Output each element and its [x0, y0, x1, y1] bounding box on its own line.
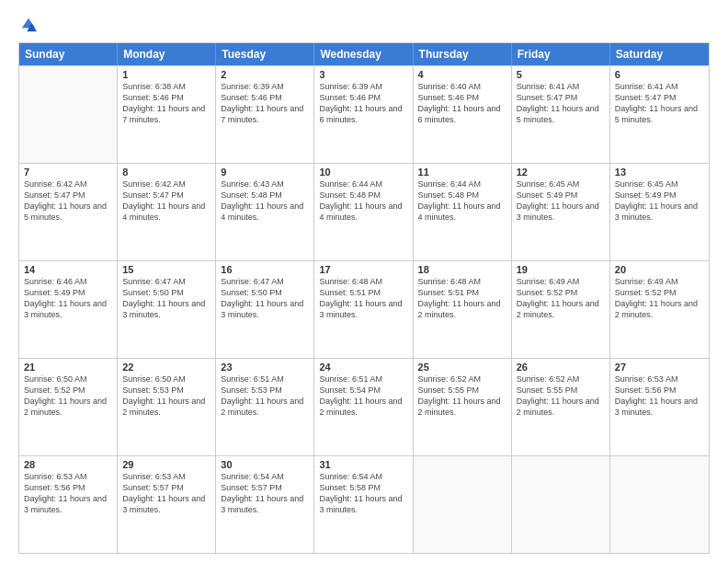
calendar-cell: 3Sunrise: 6:39 AM Sunset: 5:46 PM Daylig…	[314, 66, 413, 163]
calendar-cell: 18Sunrise: 6:48 AM Sunset: 5:51 PM Dayli…	[414, 261, 512, 358]
calendar-cell: 6Sunrise: 6:41 AM Sunset: 5:47 PM Daylig…	[610, 66, 709, 163]
day-number: 28	[24, 459, 112, 470]
day-info: Sunrise: 6:50 AM Sunset: 5:53 PM Dayligh…	[122, 373, 210, 419]
day-number: 7	[24, 167, 112, 178]
calendar-week-1: 1Sunrise: 6:38 AM Sunset: 5:46 PM Daylig…	[19, 65, 709, 163]
calendar-cell: 21Sunrise: 6:50 AM Sunset: 5:52 PM Dayli…	[19, 359, 118, 455]
calendar-cell	[610, 456, 709, 553]
day-info: Sunrise: 6:45 AM Sunset: 5:49 PM Dayligh…	[615, 178, 704, 224]
day-number: 4	[418, 69, 506, 80]
day-info: Sunrise: 6:52 AM Sunset: 5:55 PM Dayligh…	[418, 373, 506, 419]
day-number: 31	[319, 459, 407, 470]
calendar-body: 1Sunrise: 6:38 AM Sunset: 5:46 PM Daylig…	[19, 65, 709, 553]
day-info: Sunrise: 6:54 AM Sunset: 5:58 PM Dayligh…	[319, 471, 407, 516]
day-info: Sunrise: 6:47 AM Sunset: 5:50 PM Dayligh…	[122, 276, 210, 321]
calendar-cell: 8Sunrise: 6:42 AM Sunset: 5:47 PM Daylig…	[118, 164, 216, 260]
page: SundayMondayTuesdayWednesdayThursdayFrid…	[0, 0, 728, 563]
day-number: 20	[615, 264, 704, 275]
day-number: 19	[517, 264, 605, 275]
header-day-sunday: Sunday	[19, 43, 118, 65]
day-info: Sunrise: 6:48 AM Sunset: 5:51 PM Dayligh…	[418, 276, 506, 321]
calendar-cell: 26Sunrise: 6:52 AM Sunset: 5:55 PM Dayli…	[512, 359, 610, 455]
day-info: Sunrise: 6:53 AM Sunset: 5:56 PM Dayligh…	[615, 373, 704, 419]
calendar: SundayMondayTuesdayWednesdayThursdayFrid…	[18, 42, 710, 554]
day-number: 21	[24, 362, 112, 373]
calendar-cell: 30Sunrise: 6:54 AM Sunset: 5:57 PM Dayli…	[216, 456, 314, 553]
day-info: Sunrise: 6:41 AM Sunset: 5:47 PM Dayligh…	[517, 81, 605, 126]
day-info: Sunrise: 6:54 AM Sunset: 5:57 PM Dayligh…	[221, 471, 309, 516]
calendar-cell: 15Sunrise: 6:47 AM Sunset: 5:50 PM Dayli…	[118, 261, 216, 358]
calendar-week-5: 28Sunrise: 6:53 AM Sunset: 5:56 PM Dayli…	[19, 455, 709, 553]
day-number: 9	[221, 167, 309, 178]
header-day-friday: Friday	[512, 43, 610, 65]
calendar-header: SundayMondayTuesdayWednesdayThursdayFrid…	[19, 43, 709, 65]
day-number: 6	[615, 69, 704, 80]
day-info: Sunrise: 6:49 AM Sunset: 5:52 PM Dayligh…	[517, 276, 605, 321]
day-info: Sunrise: 6:53 AM Sunset: 5:56 PM Dayligh…	[24, 471, 112, 516]
header-day-tuesday: Tuesday	[216, 43, 314, 65]
calendar-cell: 19Sunrise: 6:49 AM Sunset: 5:52 PM Dayli…	[512, 261, 610, 358]
day-number: 30	[221, 459, 309, 470]
day-number: 25	[418, 362, 506, 373]
logo-icon	[20, 17, 37, 33]
day-number: 18	[418, 264, 506, 275]
day-number: 8	[122, 167, 210, 178]
day-number: 5	[517, 69, 605, 80]
calendar-week-4: 21Sunrise: 6:50 AM Sunset: 5:52 PM Dayli…	[19, 358, 709, 455]
calendar-cell: 12Sunrise: 6:45 AM Sunset: 5:49 PM Dayli…	[512, 164, 610, 260]
calendar-cell: 11Sunrise: 6:44 AM Sunset: 5:48 PM Dayli…	[414, 164, 512, 260]
calendar-cell: 28Sunrise: 6:53 AM Sunset: 5:56 PM Dayli…	[19, 456, 118, 553]
calendar-cell: 17Sunrise: 6:48 AM Sunset: 5:51 PM Dayli…	[314, 261, 413, 358]
day-info: Sunrise: 6:47 AM Sunset: 5:50 PM Dayligh…	[221, 276, 309, 321]
day-info: Sunrise: 6:51 AM Sunset: 5:53 PM Dayligh…	[221, 373, 309, 419]
day-number: 24	[319, 362, 407, 373]
day-info: Sunrise: 6:45 AM Sunset: 5:49 PM Dayligh…	[517, 178, 605, 224]
calendar-week-3: 14Sunrise: 6:46 AM Sunset: 5:49 PM Dayli…	[19, 260, 709, 358]
calendar-cell: 10Sunrise: 6:44 AM Sunset: 5:48 PM Dayli…	[314, 164, 413, 260]
calendar-week-2: 7Sunrise: 6:42 AM Sunset: 5:47 PM Daylig…	[19, 163, 709, 260]
day-info: Sunrise: 6:48 AM Sunset: 5:51 PM Dayligh…	[319, 276, 407, 321]
day-info: Sunrise: 6:44 AM Sunset: 5:48 PM Dayligh…	[319, 178, 407, 224]
day-number: 23	[221, 362, 309, 373]
day-info: Sunrise: 6:44 AM Sunset: 5:48 PM Dayligh…	[418, 178, 506, 224]
day-number: 1	[122, 69, 210, 80]
day-number: 27	[615, 362, 704, 373]
day-number: 10	[319, 167, 407, 178]
day-info: Sunrise: 6:43 AM Sunset: 5:48 PM Dayligh…	[221, 178, 309, 224]
day-info: Sunrise: 6:46 AM Sunset: 5:49 PM Dayligh…	[24, 276, 112, 321]
day-number: 29	[122, 459, 210, 470]
calendar-cell: 14Sunrise: 6:46 AM Sunset: 5:49 PM Dayli…	[19, 261, 118, 358]
day-number: 3	[319, 69, 407, 80]
day-info: Sunrise: 6:41 AM Sunset: 5:47 PM Dayligh…	[615, 81, 704, 126]
header-day-thursday: Thursday	[414, 43, 512, 65]
calendar-cell: 2Sunrise: 6:39 AM Sunset: 5:46 PM Daylig…	[216, 66, 314, 163]
calendar-cell: 16Sunrise: 6:47 AM Sunset: 5:50 PM Dayli…	[216, 261, 314, 358]
day-number: 12	[517, 167, 605, 178]
calendar-cell: 31Sunrise: 6:54 AM Sunset: 5:58 PM Dayli…	[314, 456, 413, 553]
calendar-cell: 1Sunrise: 6:38 AM Sunset: 5:46 PM Daylig…	[118, 66, 216, 163]
calendar-cell: 22Sunrise: 6:50 AM Sunset: 5:53 PM Dayli…	[118, 359, 216, 455]
calendar-cell: 24Sunrise: 6:51 AM Sunset: 5:54 PM Dayli…	[314, 359, 413, 455]
calendar-cell: 4Sunrise: 6:40 AM Sunset: 5:46 PM Daylig…	[414, 66, 512, 163]
day-number: 22	[122, 362, 210, 373]
day-info: Sunrise: 6:53 AM Sunset: 5:57 PM Dayligh…	[122, 471, 210, 516]
day-number: 2	[221, 69, 309, 80]
calendar-cell	[414, 456, 512, 553]
calendar-cell: 20Sunrise: 6:49 AM Sunset: 5:52 PM Dayli…	[610, 261, 709, 358]
calendar-cell: 13Sunrise: 6:45 AM Sunset: 5:49 PM Dayli…	[610, 164, 709, 260]
day-info: Sunrise: 6:39 AM Sunset: 5:46 PM Dayligh…	[221, 81, 309, 126]
calendar-cell: 9Sunrise: 6:43 AM Sunset: 5:48 PM Daylig…	[216, 164, 314, 260]
day-number: 15	[122, 264, 210, 275]
day-info: Sunrise: 6:52 AM Sunset: 5:55 PM Dayligh…	[517, 373, 605, 419]
day-info: Sunrise: 6:39 AM Sunset: 5:46 PM Dayligh…	[319, 81, 407, 126]
day-info: Sunrise: 6:38 AM Sunset: 5:46 PM Dayligh…	[122, 81, 210, 126]
day-info: Sunrise: 6:40 AM Sunset: 5:46 PM Dayligh…	[418, 81, 506, 126]
calendar-cell: 27Sunrise: 6:53 AM Sunset: 5:56 PM Dayli…	[610, 359, 709, 455]
header-day-wednesday: Wednesday	[314, 43, 413, 65]
logo	[18, 17, 37, 33]
day-number: 14	[24, 264, 112, 275]
calendar-cell: 23Sunrise: 6:51 AM Sunset: 5:53 PM Dayli…	[216, 359, 314, 455]
day-number: 26	[517, 362, 605, 373]
day-info: Sunrise: 6:49 AM Sunset: 5:52 PM Dayligh…	[615, 276, 704, 321]
header-day-saturday: Saturday	[610, 43, 709, 65]
